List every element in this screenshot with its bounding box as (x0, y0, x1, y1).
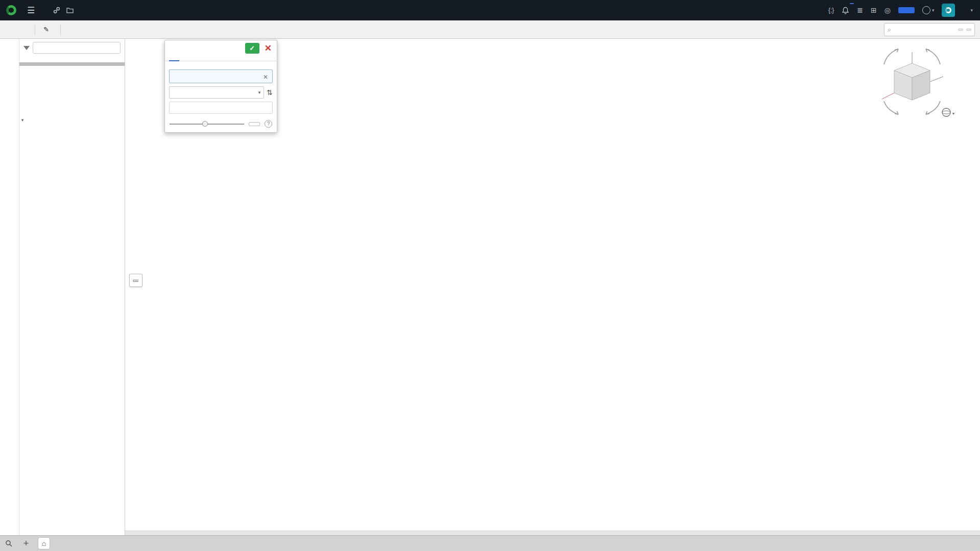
search-tools-box[interactable]: ⌕ (884, 23, 975, 36)
task-list-icon[interactable]: ≣ (857, 6, 863, 14)
tabs-bar: + ⌂ (0, 535, 980, 551)
rollback-slider[interactable] (170, 124, 244, 125)
selection-box[interactable]: ✕ (169, 69, 273, 83)
cancel-button[interactable]: ✕ (262, 43, 274, 54)
notification-badge (850, 3, 854, 4)
share-link-icon[interactable] (53, 7, 60, 14)
left-rail (0, 39, 19, 535)
clear-selection-icon[interactable]: ✕ (262, 74, 269, 81)
undo-button[interactable] (5, 22, 18, 37)
feature-panel: ▾ (19, 39, 125, 535)
final-button[interactable] (249, 122, 260, 126)
user-avatar[interactable] (942, 4, 955, 17)
svg-text:▾: ▾ (952, 111, 954, 116)
toolbar-divider (35, 24, 35, 35)
gusset-feature-dialog: ✓ ✕ ✕ ▾ ⇅ ? (164, 40, 277, 133)
tab-thin[interactable] (189, 56, 200, 61)
slider-thumb[interactable] (202, 121, 208, 127)
mode-remove[interactable] (185, 64, 192, 66)
onshape-logo-icon (6, 5, 16, 15)
feature-toolbar: ✎ ⌕ (0, 20, 980, 39)
topbar-right: {;} ≣ ⊞ ◎ ▾ ▾ (828, 4, 980, 17)
chevron-down-icon: ▾ (258, 90, 261, 95)
community-icon[interactable]: ◎ (885, 6, 891, 14)
workspace-icon[interactable] (66, 7, 74, 13)
shortcut-key-c (966, 29, 971, 31)
search-icon: ⌕ (888, 26, 891, 33)
featurescript-icon[interactable]: {;} (828, 7, 834, 14)
notifications-bell-icon[interactable] (842, 7, 849, 14)
parts-header-row[interactable]: ▾ (19, 113, 125, 127)
help-menu-icon[interactable]: ▾ (922, 6, 935, 14)
onshape-logo[interactable] (6, 5, 20, 15)
filter-funnel-icon (23, 46, 30, 50)
tab-surface[interactable] (179, 56, 189, 61)
dialog-help-icon[interactable]: ? (265, 120, 272, 128)
tab-solid[interactable] (169, 56, 179, 61)
home-tab-button[interactable]: ⌂ (38, 537, 50, 549)
shortcut-key-alt (958, 29, 963, 31)
new-tab-button[interactable]: + (17, 536, 35, 551)
depth-field[interactable] (169, 102, 273, 114)
flip-direction-icon[interactable]: ⇅ (267, 88, 273, 97)
mode-new[interactable] (169, 64, 175, 66)
perspective-toggle-icon[interactable]: ▾ (942, 108, 954, 116)
sketch-button[interactable]: ✎ (38, 22, 57, 37)
toolbar-divider (60, 24, 61, 35)
mode-intersect[interactable] (194, 64, 200, 66)
pencil-icon: ✎ (43, 26, 49, 33)
avatar-logo-icon (945, 7, 951, 13)
accept-button[interactable]: ✓ (245, 43, 259, 54)
search-tabs-icon[interactable] (0, 536, 17, 551)
rollback-bar[interactable] (19, 62, 125, 66)
redo-button[interactable] (18, 22, 32, 37)
share-button[interactable] (898, 7, 915, 13)
end-condition-select[interactable]: ▾ (169, 86, 264, 99)
top-bar: ☰ {;} ≣ ⊞ ◎ ▾ ▾ (0, 0, 980, 20)
search-tools-input[interactable] (894, 26, 955, 34)
mode-add[interactable] (177, 64, 183, 66)
main-menu-icon[interactable]: ☰ (27, 5, 35, 16)
user-menu-caret-icon[interactable]: ▾ (970, 8, 973, 13)
view-cube[interactable]: ▾ (869, 42, 961, 124)
apps-grid-icon[interactable]: ⊞ (871, 6, 877, 14)
feature-filter-input[interactable] (33, 42, 121, 54)
expand-panel-button[interactable]: ≔ (129, 274, 142, 287)
horizontal-scrollbar[interactable] (125, 531, 980, 535)
